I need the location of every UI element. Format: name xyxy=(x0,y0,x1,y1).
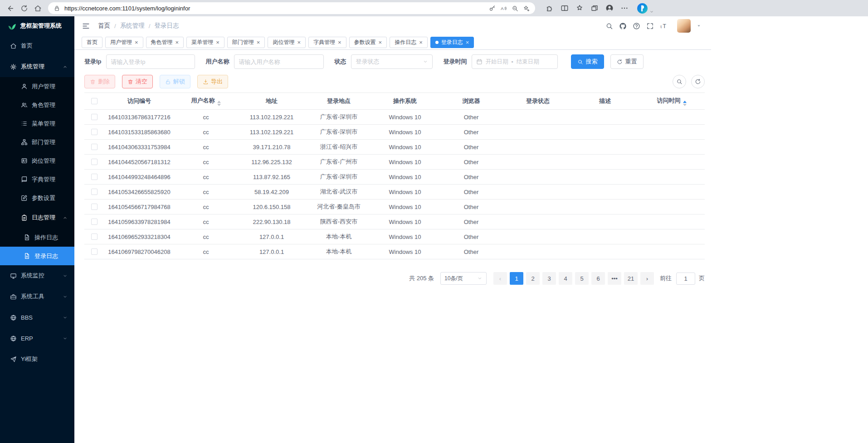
sidebar-item-操作日志[interactable]: 操作日志 xyxy=(0,228,74,247)
tab-close-icon[interactable]: × xyxy=(379,39,382,45)
sidebar-item-角色管理[interactable]: 角色管理 xyxy=(0,96,74,114)
site-info-lock-icon[interactable] xyxy=(54,5,60,12)
tab-close-icon[interactable]: × xyxy=(216,39,219,45)
copilot-caret-icon[interactable] xyxy=(649,10,654,14)
tab-岗位管理[interactable]: 岗位管理× xyxy=(268,37,306,48)
extensions-icon[interactable] xyxy=(546,4,554,12)
github-icon[interactable] xyxy=(619,22,627,30)
copilot-icon[interactable] xyxy=(637,3,648,14)
status-select[interactable]: 登录状态 xyxy=(351,54,433,69)
browser-more-icon[interactable] xyxy=(620,4,629,12)
column-header-访问时间[interactable]: 访问时间 xyxy=(639,93,705,110)
tab-close-icon[interactable]: × xyxy=(419,39,423,45)
tab-close-icon[interactable]: × xyxy=(338,39,341,45)
avatar-caret-icon[interactable] xyxy=(697,24,701,28)
tab-close-icon[interactable]: × xyxy=(466,39,469,45)
search-button[interactable]: 搜索 xyxy=(571,54,604,69)
select-all-checkbox[interactable] xyxy=(91,98,98,104)
collections-icon[interactable] xyxy=(590,4,599,12)
split-screen-icon[interactable] xyxy=(561,4,569,12)
page-button-1[interactable]: 1 xyxy=(510,272,523,285)
favorite-star-icon[interactable] xyxy=(523,5,530,12)
help-icon[interactable] xyxy=(633,22,640,30)
row-checkbox[interactable] xyxy=(91,144,98,150)
sidebar-item-用户管理[interactable]: 用户管理 xyxy=(0,77,74,96)
font-size-icon[interactable]: tT xyxy=(660,22,668,30)
tab-首页[interactable]: 首页 xyxy=(82,37,102,48)
sidebar-item-ERP[interactable]: ERP xyxy=(0,328,74,349)
sidebar-item-字典管理[interactable]: 字典管理 xyxy=(0,170,74,189)
tab-用户管理[interactable]: 用户管理× xyxy=(105,37,143,48)
unlock-button[interactable]: 解锁 xyxy=(160,75,190,88)
tab-close-icon[interactable]: × xyxy=(135,39,138,45)
menu-collapse-icon[interactable] xyxy=(82,22,90,30)
page-size-select[interactable]: 10条/页 xyxy=(440,272,487,285)
sidebar-item-菜单管理[interactable]: 菜单管理 xyxy=(0,114,74,133)
table-refresh-icon[interactable] xyxy=(691,75,705,88)
sidebar-item-首页[interactable]: 首页 xyxy=(0,35,74,56)
column-header-用户名称[interactable]: 用户名称 xyxy=(174,93,238,110)
sidebar-item-系统工具[interactable]: 系统工具 xyxy=(0,286,74,307)
page-button-5[interactable]: 5 xyxy=(575,272,589,285)
row-checkbox[interactable] xyxy=(91,174,98,180)
sidebar-item-Yi框架[interactable]: Yi框架 xyxy=(0,349,74,370)
browser-profile-icon[interactable] xyxy=(605,4,614,12)
tab-参数设置[interactable]: 参数设置× xyxy=(349,37,387,48)
next-page-button[interactable]: › xyxy=(640,272,654,285)
browser-refresh-icon[interactable] xyxy=(17,1,31,15)
user-avatar[interactable] xyxy=(677,19,691,33)
sort-caret-icon[interactable] xyxy=(683,101,687,106)
breadcrumb-item-系统管理[interactable]: 系统管理 xyxy=(120,22,145,30)
password-key-icon[interactable] xyxy=(489,5,496,12)
page-button-21[interactable]: 21 xyxy=(624,272,638,285)
sidebar-item-参数设置[interactable]: 参数设置 xyxy=(0,189,74,207)
tab-角色管理[interactable]: 角色管理× xyxy=(146,37,184,48)
row-checkbox[interactable] xyxy=(91,114,98,120)
row-checkbox[interactable] xyxy=(91,204,98,210)
page-button-4[interactable]: 4 xyxy=(559,272,572,285)
row-checkbox[interactable] xyxy=(91,129,98,135)
row-checkbox[interactable] xyxy=(91,159,98,165)
search-icon[interactable] xyxy=(605,22,613,30)
user-name-input[interactable] xyxy=(234,54,324,69)
goto-page-input[interactable] xyxy=(676,273,695,285)
address-bar[interactable]: https://ccnetcore.com:1101/system/log/lo… xyxy=(48,2,535,14)
row-checkbox[interactable] xyxy=(91,189,98,195)
sidebar-item-系统监控[interactable]: 系统监控 xyxy=(0,265,74,286)
tab-close-icon[interactable]: × xyxy=(297,39,301,45)
favorites-icon[interactable] xyxy=(575,4,584,12)
tab-登录日志[interactable]: 登录日志× xyxy=(430,37,474,48)
page-button-2[interactable]: 2 xyxy=(526,272,540,285)
sidebar-item-登录日志[interactable]: 登录日志 xyxy=(0,247,74,265)
sidebar-item-日志管理[interactable]: 日志管理 xyxy=(0,207,74,228)
sort-caret-icon[interactable] xyxy=(217,101,221,106)
tab-close-icon[interactable]: × xyxy=(176,39,179,45)
sidebar-item-BBS[interactable]: BBS xyxy=(0,307,74,328)
tab-菜单管理[interactable]: 菜单管理× xyxy=(186,37,224,48)
sidebar-item-系统管理[interactable]: 系统管理 xyxy=(0,56,74,77)
export-button[interactable]: 导出 xyxy=(197,75,228,88)
row-checkbox[interactable] xyxy=(91,219,98,225)
login-ip-input[interactable] xyxy=(106,54,195,69)
read-aloud-icon[interactable]: A xyxy=(500,5,507,12)
row-checkbox[interactable] xyxy=(91,248,98,255)
tab-部门管理[interactable]: 部门管理× xyxy=(227,37,265,48)
breadcrumb-item-首页[interactable]: 首页 xyxy=(98,22,110,30)
zoom-icon[interactable] xyxy=(512,5,518,12)
tab-close-icon[interactable]: × xyxy=(257,39,260,45)
page-button-3[interactable]: 3 xyxy=(542,272,556,285)
delete-button[interactable]: 删除 xyxy=(84,75,115,88)
tab-字典管理[interactable]: 字典管理× xyxy=(308,37,346,48)
page-button-6[interactable]: 6 xyxy=(591,272,605,285)
more-pages-button[interactable]: ••• xyxy=(608,272,621,285)
prev-page-button[interactable]: ‹ xyxy=(493,272,507,285)
fullscreen-icon[interactable] xyxy=(646,22,654,30)
tab-操作日志[interactable]: 操作日志× xyxy=(390,37,428,48)
sidebar-item-部门管理[interactable]: 部门管理 xyxy=(0,133,74,151)
reset-button[interactable]: 重置 xyxy=(610,54,644,69)
sidebar-item-岗位管理[interactable]: 岗位管理 xyxy=(0,151,74,170)
date-range-picker[interactable]: 开始日期 - 结束日期 xyxy=(472,54,558,69)
clear-button[interactable]: 清空 xyxy=(122,75,153,88)
table-search-toggle-icon[interactable] xyxy=(673,75,686,88)
browser-back-icon[interactable] xyxy=(4,1,17,15)
